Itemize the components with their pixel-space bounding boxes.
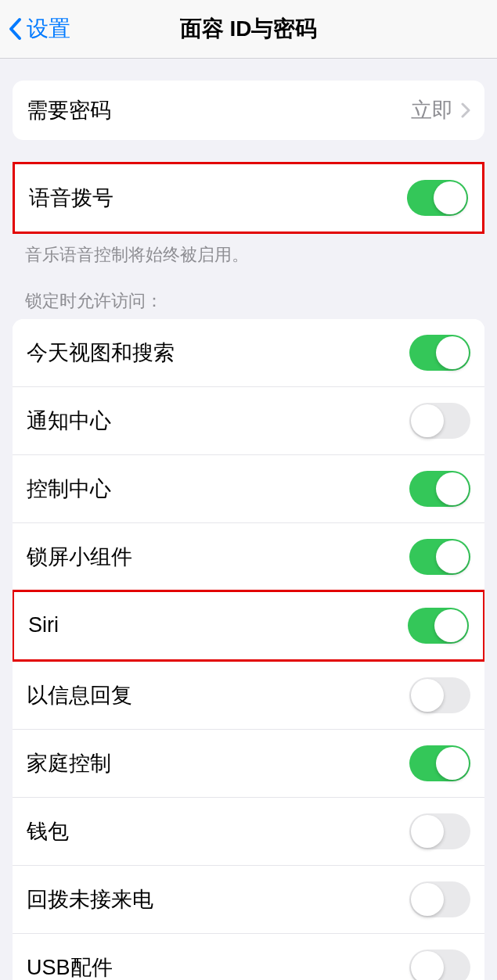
locked-item-toggle[interactable]	[409, 335, 470, 371]
locked-item-toggle[interactable]	[409, 403, 470, 439]
toggle-knob	[411, 679, 444, 712]
toggle-knob	[436, 336, 469, 369]
row-label: 钱包	[27, 817, 409, 845]
voice-dial-footer: 音乐语音控制将始终被启用。	[0, 234, 497, 267]
locked-section-header: 锁定时允许访问：	[0, 267, 497, 319]
toggle-knob	[436, 472, 469, 505]
toggle-knob	[434, 181, 466, 214]
chevron-left-icon	[8, 17, 22, 41]
row-label: 语音拨号	[29, 184, 407, 212]
row-label: 今天视图和搜索	[27, 339, 409, 367]
row-locked-item: 今天视图和搜索	[13, 319, 484, 386]
toggle-knob	[411, 951, 444, 980]
locked-item-toggle[interactable]	[409, 539, 470, 575]
toggle-knob	[411, 883, 444, 916]
group-locked-access: 今天视图和搜索通知中心控制中心锁屏小组件Siri以信息回复家庭控制钱包回拨未接来…	[13, 319, 484, 980]
row-label: 回拨未接来电	[27, 885, 409, 914]
row-locked-item: 锁屏小组件	[13, 522, 484, 591]
row-label: 控制中心	[27, 475, 409, 503]
toggle-knob	[434, 609, 467, 642]
group-voice-dial: 语音拨号	[13, 162, 484, 234]
locked-item-toggle[interactable]	[408, 608, 469, 644]
row-label: 以信息回复	[27, 681, 409, 709]
row-label: 家庭控制	[27, 749, 409, 777]
highlighted-row: Siri	[13, 590, 484, 662]
back-label: 设置	[27, 14, 70, 44]
row-label: USB配件	[27, 953, 409, 980]
page-title: 面容 ID与密码	[0, 14, 497, 44]
back-button[interactable]: 设置	[8, 14, 70, 44]
toggle-knob	[411, 404, 444, 437]
toggle-knob	[436, 747, 469, 780]
row-locked-item: USB配件	[13, 933, 484, 980]
row-locked-item: 钱包	[13, 797, 484, 865]
locked-item-toggle[interactable]	[409, 471, 470, 507]
row-label: 需要密码	[27, 96, 411, 124]
row-locked-item: Siri	[14, 592, 483, 659]
locked-item-toggle[interactable]	[409, 881, 470, 917]
row-require-passcode[interactable]: 需要密码 立即	[13, 81, 484, 140]
row-voice-dial: 语音拨号	[15, 164, 482, 232]
locked-item-toggle[interactable]	[409, 677, 470, 713]
voice-dial-toggle[interactable]	[407, 180, 468, 216]
nav-header: 设置 面容 ID与密码	[0, 0, 497, 59]
row-label: 锁屏小组件	[27, 543, 409, 571]
row-label: 通知中心	[27, 407, 409, 435]
locked-item-toggle[interactable]	[409, 813, 470, 849]
toggle-knob	[436, 540, 469, 573]
chevron-right-icon	[461, 102, 470, 118]
row-locked-item: 控制中心	[13, 454, 484, 522]
locked-item-toggle[interactable]	[409, 745, 470, 781]
toggle-knob	[411, 815, 444, 848]
row-locked-item: 以信息回复	[13, 662, 484, 729]
row-locked-item: 家庭控制	[13, 729, 484, 797]
row-label: Siri	[28, 613, 408, 637]
locked-item-toggle[interactable]	[409, 949, 470, 980]
row-locked-item: 通知中心	[13, 386, 484, 454]
row-value: 立即	[411, 96, 453, 124]
content: 需要密码 立即 语音拨号 音乐语音控制将始终被启用。 锁定时允许访问： 今天视图…	[0, 81, 497, 980]
group-require-passcode: 需要密码 立即	[13, 81, 484, 140]
row-locked-item: 回拨未接来电	[13, 865, 484, 933]
